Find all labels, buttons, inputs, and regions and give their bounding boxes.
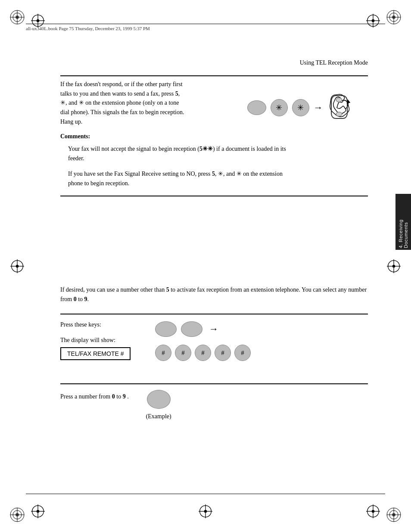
phone-icon (327, 93, 351, 122)
comment-1: Your fax will not accept the signal to b… (68, 144, 292, 163)
oval-key-2 (181, 321, 202, 337)
corner-mark-bl (9, 506, 26, 523)
section4-text: Press a number from 0 to 9 . (60, 392, 129, 401)
key-row-2: # # # # # (155, 345, 251, 361)
side-tab: 4. Receiving Documents (395, 194, 411, 250)
corner-mark-tr (385, 9, 402, 26)
star-button-1: ✳ (271, 99, 288, 116)
section2-block: If desired, you can use a number other t… (60, 285, 368, 304)
section4-row: Press a number from 0 to 9 . (Example) (60, 392, 368, 420)
crosshair-mr (385, 258, 402, 275)
comment-2: If you have set the Fax Signal Receive s… (68, 169, 292, 188)
intro-text: If the fax doesn't respond, or if the ot… (60, 80, 185, 126)
display-box: TEL/FAX REMOTE # (60, 347, 131, 360)
key-diagram: → # # # # # (155, 321, 251, 361)
corner-mark-br (385, 506, 402, 523)
crosshair-ml (9, 258, 26, 275)
hash-key-3: # (195, 345, 211, 361)
bottom-rule (26, 494, 385, 494)
keys-labels: Press these keys: The display will show:… (60, 321, 146, 360)
example-oval (147, 390, 171, 409)
press-keys-label: Press these keys: (60, 321, 146, 328)
hash-key-2: # (175, 345, 191, 361)
arrow-icon: → (314, 102, 323, 113)
arrow-2: → (209, 324, 218, 335)
section3-block: Press these keys: The display will show:… (60, 314, 368, 361)
hash-key-4: # (215, 345, 231, 361)
display-will-show-label: The display will show: (60, 337, 146, 344)
section3-inner: Press these keys: The display will show:… (60, 321, 368, 361)
svg-point-18 (336, 98, 342, 102)
star-button-2: ✳ (292, 99, 309, 116)
section1-block: If the fax doesn't respond, or if the ot… (60, 80, 368, 196)
section4-block: Press a number from 0 to 9 . (Example) (60, 383, 368, 420)
rule-top (60, 75, 368, 76)
hash-key-1: # (155, 345, 171, 361)
example-label: (Example) (146, 413, 171, 420)
section2-text: If desired, you can use a number other t… (60, 285, 368, 304)
corner-mark-tl (9, 9, 26, 26)
page-title: Using TEL Reception Mode (300, 59, 368, 66)
header-meta: all-ux340L.book Page 75 Thursday, Decemb… (26, 24, 385, 31)
key-row-1: → (155, 321, 251, 337)
section4-diagram: (Example) (146, 390, 171, 420)
crosshair-bc (197, 503, 214, 520)
comments-section: Comments: Your fax will not accept the s… (60, 133, 368, 188)
svg-point-19 (336, 112, 342, 116)
button-diagram: ✳ ✳ → (230, 80, 368, 122)
oval-key-1 (155, 321, 177, 337)
crosshair-br-inner (364, 503, 382, 520)
crosshair-bl (29, 503, 47, 520)
comments-heading: Comments: (60, 133, 368, 140)
hash-key-5: # (234, 345, 251, 361)
oval-button-1 (247, 100, 266, 115)
